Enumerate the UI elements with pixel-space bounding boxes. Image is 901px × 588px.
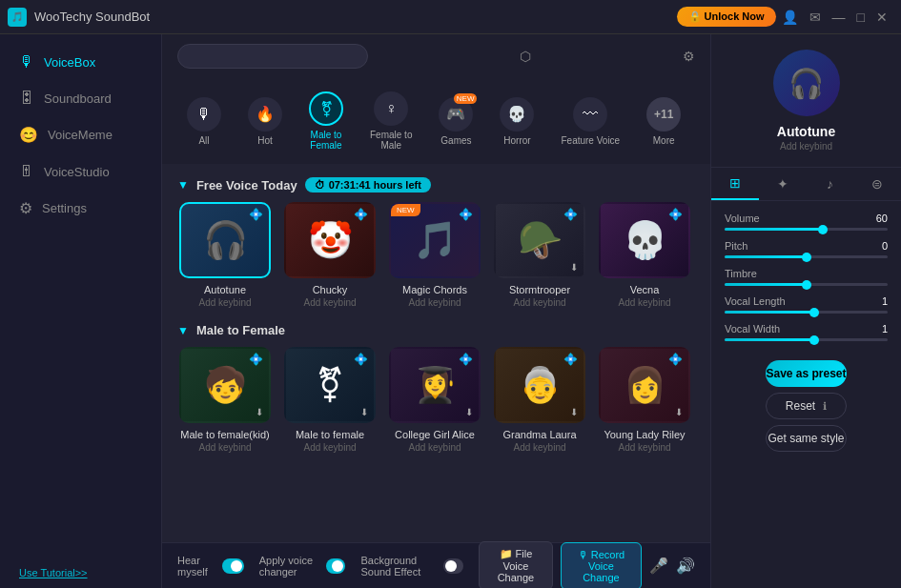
tab-music[interactable]: ♪ (807, 168, 854, 200)
tutorial-link[interactable]: Use Tutorial>> (0, 558, 161, 588)
mtfkid-download: ⬇ (256, 407, 263, 417)
soundboard-icon: 🎛 (19, 90, 34, 107)
cat-mtf-label: Male toFemale (310, 130, 341, 151)
settings-alt-icon[interactable]: ⚙ (683, 49, 695, 64)
hero-keybind[interactable]: Add keybind (780, 141, 832, 152)
vocal-length-label: Vocal Length (725, 295, 786, 307)
search-input[interactable] (177, 44, 368, 69)
timbre-control: Timbre (725, 268, 888, 286)
mtf-keybind[interactable]: Add keybind (303, 442, 356, 453)
right-panel: 🎧 Autotune Add keybind ⊞ ✦ ♪ ⊜ Volume 60 (710, 34, 901, 588)
timbre-slider[interactable] (725, 283, 888, 286)
mtfkid-pin: 💠 (249, 353, 263, 366)
autotune-card-img: 🎧 💠 (179, 202, 271, 278)
magic-keybind[interactable]: Add keybind (408, 297, 461, 308)
autotune-keybind[interactable]: Add keybind (198, 297, 251, 308)
get-same-style-button[interactable]: Get same style (766, 425, 846, 452)
speaker-icon[interactable]: 🔊 (676, 557, 695, 575)
college-download: ⬇ (465, 407, 473, 417)
title-bar: 🎵 WooTechy SoundBot 🔒 Unlock Now 👤 ✉ — □… (0, 0, 901, 34)
sidebar-item-voicememe[interactable]: 😊 VoiceMeme (0, 116, 161, 153)
riley-name: Young Lady Riley (604, 429, 685, 440)
magic-pin: 💠 (459, 208, 473, 221)
voice-card-college[interactable]: 👩‍🎓 💠 ⬇ College Girl Alice Add keybind (387, 347, 482, 453)
cat-male-to-female[interactable]: ⚧ Male toFemale (299, 86, 353, 156)
maximize-icon[interactable]: □ (851, 8, 870, 27)
user-icon[interactable]: 👤 (776, 8, 804, 27)
file-voice-button[interactable]: 📁 File Voice Change (479, 541, 553, 588)
pitch-control: Pitch 0 (725, 240, 888, 258)
mtf-chevron[interactable]: ▼ (177, 324, 189, 337)
mtfkid-keybind[interactable]: Add keybind (198, 442, 251, 453)
voice-categories: 🎙 All 🔥 Hot ⚧ Male toFemale ♀ Female toM… (162, 78, 710, 164)
vecna-keybind[interactable]: Add keybind (618, 297, 670, 308)
close-icon[interactable]: ✕ (870, 8, 893, 27)
grandma-emoji: 👵 (519, 365, 562, 405)
vocal-length-slider[interactable] (725, 311, 888, 314)
cat-all[interactable]: 🎙 All (177, 91, 231, 152)
chucky-name: Chucky (313, 284, 348, 295)
tab-general[interactable]: ⊞ (711, 168, 759, 200)
cat-hot[interactable]: 🔥 Hot (238, 91, 292, 152)
cat-female-to-male[interactable]: ♀ Female toMale (360, 86, 421, 156)
voice-card-grandma[interactable]: 👵 💠 ⬇ Grandma Laura Add keybind (492, 347, 587, 453)
sidebar-label-voicestudio: VoiceStudio (44, 165, 110, 179)
cat-all-icon: 🎙 (187, 97, 221, 132)
sidebar-item-voicestudio[interactable]: 🎚 VoiceStudio (0, 153, 161, 190)
sidebar-item-settings[interactable]: ⚙ Settings (0, 190, 161, 227)
main-layout: 🎙 VoiceBox 🎛 Soundboard 😊 VoiceMeme 🎚 Vo… (0, 34, 901, 588)
voice-card-magic-chords[interactable]: 🎵 💠 NEW Magic Chords Add keybind (387, 202, 482, 308)
cat-feature[interactable]: 〰 Feature Voice (551, 91, 629, 152)
save-preset-button[interactable]: Save as preset (766, 360, 846, 387)
mtfkid-name: Male to female(kid) (180, 429, 270, 440)
riley-download: ⬇ (675, 407, 683, 417)
vocal-width-thumb (809, 335, 819, 345)
record-voice-button[interactable]: 🎙 Record Voice Change (561, 542, 642, 589)
voice-card-stormtrooper[interactable]: 🪖 💠 ⬇ Stormtrooper Add keybind (492, 202, 587, 308)
cat-ftm-label: Female toMale (370, 130, 412, 151)
mail-icon[interactable]: ✉ (804, 8, 827, 27)
grandma-keybind[interactable]: Add keybind (513, 442, 565, 453)
mic-icon[interactable]: 🎤 (649, 557, 668, 575)
voice-card-autotune[interactable]: 🎧 💠 Autotune Add keybind (177, 202, 273, 308)
volume-slider[interactable] (725, 228, 888, 231)
reset-button[interactable]: Reset ℹ (766, 393, 846, 419)
vocal-width-slider[interactable] (725, 338, 888, 341)
bottom-bar: Hear myself Apply voice changer Backgrou… (162, 542, 710, 588)
cat-ftm-icon: ♀ (374, 91, 408, 126)
pitch-slider[interactable] (725, 255, 888, 258)
tab-eq[interactable]: ⊜ (853, 168, 901, 200)
volume-control: Volume 60 (725, 213, 888, 231)
unlock-button[interactable]: 🔒 Unlock Now (677, 7, 776, 27)
export-icon[interactable]: ⬡ (520, 49, 531, 64)
voice-card-mtf[interactable]: ⚧ 💠 ⬇ Male to female Add keybind (282, 347, 378, 453)
autotune-hero: 🎧 Autotune Add keybind (711, 34, 901, 167)
sidebar-item-soundboard[interactable]: 🎛 Soundboard (0, 80, 161, 116)
storm-keybind[interactable]: Add keybind (513, 297, 565, 308)
bg-sound-toggle[interactable] (443, 558, 463, 574)
cat-horror[interactable]: 💀 Horror (490, 91, 543, 152)
vocal-length-control: Vocal Length 1 (725, 295, 888, 314)
college-keybind[interactable]: Add keybind (408, 442, 461, 453)
bg-sound-label: Background Sound Effect (360, 555, 438, 578)
riley-keybind[interactable]: Add keybind (618, 442, 670, 453)
minimize-icon[interactable]: — (827, 8, 851, 27)
tab-magic[interactable]: ✦ (759, 168, 807, 200)
mtf-download: ⬇ (360, 407, 368, 417)
hear-myself-toggle[interactable] (222, 558, 244, 574)
storm-download: ⬇ (570, 262, 578, 273)
sidebar-item-voicebox[interactable]: 🎙 VoiceBox (0, 44, 161, 80)
apply-voice-toggle[interactable] (326, 558, 346, 574)
hear-myself-group: Hear myself (177, 555, 244, 578)
cat-games[interactable]: 🎮NEW Games (429, 91, 482, 152)
storm-pin: 💠 (563, 208, 578, 221)
cat-more-label: More (653, 135, 675, 146)
chucky-keybind[interactable]: Add keybind (303, 297, 356, 308)
voice-card-vecna[interactable]: 💀 💠 Vecna Add keybind (597, 202, 692, 308)
voice-card-mtf-kid[interactable]: 🧒 💠 ⬇ Male to female(kid) Add keybind (177, 347, 273, 453)
voice-card-chucky[interactable]: 🤡 💠 Chucky Add keybind (282, 202, 378, 308)
voice-card-riley[interactable]: 👩 💠 ⬇ Young Lady Riley Add keybind (597, 347, 692, 453)
free-voice-chevron[interactable]: ▼ (177, 178, 189, 192)
vecna-pin: 💠 (668, 208, 683, 221)
cat-more[interactable]: +11 More (637, 91, 690, 152)
